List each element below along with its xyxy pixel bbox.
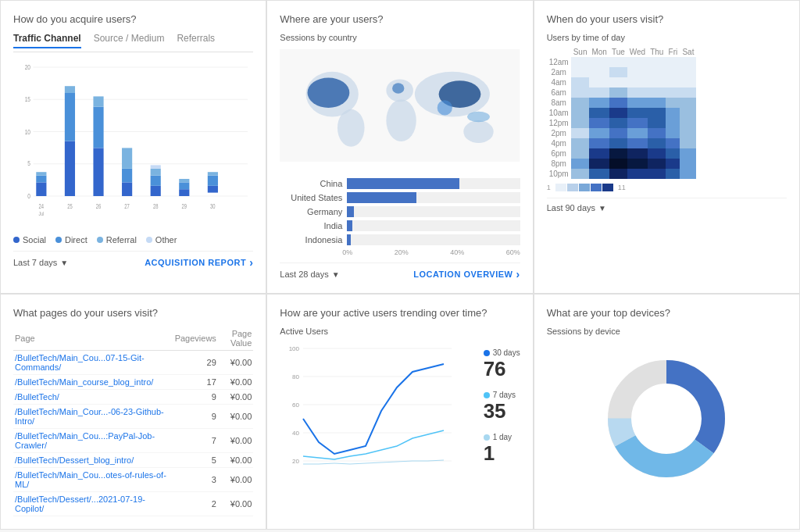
trending-title: How are your active users trending over … <box>280 307 520 319</box>
scale-3 <box>579 184 590 191</box>
us-bar-bg <box>347 192 520 203</box>
heatmap-cell <box>571 108 590 118</box>
page-cell[interactable]: /BulletTech/Main_Cour...-06-23-Github-In… <box>13 405 173 429</box>
pages-table: Page Pageviews Page Value /BulletTech/Ma… <box>13 327 253 516</box>
heatmap-cell <box>666 118 680 128</box>
svg-point-42 <box>338 109 365 147</box>
page-cell[interactable]: /BulletTech/Main_Cou...:PayPal-Job-Crawl… <box>13 429 173 453</box>
where-date-label: Last 28 days <box>280 270 328 279</box>
legend-referral: Referral <box>97 235 137 245</box>
tab-referrals[interactable]: Referrals <box>177 33 215 48</box>
acquire-title: How do you acquire users? <box>13 13 253 25</box>
heatmap-cell <box>589 77 609 87</box>
heatmap-cell <box>648 148 666 159</box>
acquisition-report-link[interactable]: ACQUISITION REPORT › <box>145 256 253 269</box>
page-cell[interactable]: /BulletTech/Main_Cou...otes-of-rules-of-… <box>13 468 173 492</box>
heatmap-cell <box>680 118 696 128</box>
users-by-time-label: Users by time of day <box>547 33 787 42</box>
page-cell[interactable]: /BulletTech/Dessert_blog_intro/ <box>13 453 173 468</box>
stat-7days-value: 35 <box>484 399 520 423</box>
svg-text:30: 30 <box>210 202 216 211</box>
stat-7days-label: 7 days <box>484 391 520 399</box>
country-row-indonesia: Indonesia <box>280 234 520 245</box>
stat-7days-dot <box>484 392 490 398</box>
svg-rect-30 <box>151 165 161 168</box>
indonesia-bar-fill <box>347 234 350 245</box>
heatmap-cell <box>627 138 648 148</box>
world-map <box>280 47 520 172</box>
heatmap-table: Sun Mon Tue Wed Thu Fri Sat 12am2am4am6a… <box>547 47 697 179</box>
country-row-germany: Germany <box>280 206 520 217</box>
us-label: United States <box>280 193 342 202</box>
location-overview-link[interactable]: LOCATION OVERVIEW › <box>413 268 520 280</box>
heatmap-cell <box>589 169 609 179</box>
legend-direct: Direct <box>55 235 88 245</box>
heatmap-cell <box>589 87 609 98</box>
social-dot <box>13 237 20 243</box>
indonesia-label: Indonesia <box>280 235 342 245</box>
svg-text:5: 5 <box>27 159 30 168</box>
page-cell[interactable]: /BulletTech/Main_Cou...07-15-Git-Command… <box>13 351 173 375</box>
time-label-5: 10am <box>547 108 571 118</box>
svg-rect-25 <box>122 148 132 168</box>
country-row-china: China <box>280 178 520 189</box>
svg-rect-16 <box>65 93 75 141</box>
scale-4 <box>591 184 602 191</box>
stat-1day: 1 day 1 <box>484 433 520 466</box>
heatmap-cell <box>648 138 666 148</box>
page-cell[interactable]: /BulletTech/Main_course_blog_intro/ <box>13 375 173 390</box>
time-label-3: 6am <box>547 87 571 98</box>
svg-text:20: 20 <box>25 62 31 72</box>
acquire-date-range-label: Last 7 days <box>13 258 57 267</box>
heatmap-cell <box>609 77 627 87</box>
value-cell: ¥0.00 <box>218 375 254 390</box>
svg-text:28: 28 <box>153 202 159 211</box>
pageviews-cell: 29 <box>173 351 218 375</box>
table-row: /BulletTech/Main_Cou...:PayPal-Job-Crawl… <box>13 429 253 453</box>
page-cell[interactable]: /BulletTech/Dessert/...2021-07-19-Copilo… <box>13 492 173 516</box>
svg-rect-36 <box>208 186 218 193</box>
heatmap-cell <box>589 148 609 159</box>
heatmap-cell <box>571 98 590 108</box>
when-date-range[interactable]: Last 90 days ▼ <box>547 203 606 212</box>
acquire-footer: Last 7 days ▼ ACQUISITION REPORT › <box>13 251 253 269</box>
page-cell[interactable]: /BulletTech/ <box>13 390 173 405</box>
country-bars: China United States Germany India <box>280 178 520 256</box>
value-cell: ¥0.00 <box>218 468 254 492</box>
heatmap-cell <box>589 128 609 138</box>
svg-text:80: 80 <box>292 373 299 380</box>
where-footer: Last 28 days ▼ LOCATION OVERVIEW › <box>280 262 520 280</box>
heatmap-cell <box>609 67 627 77</box>
value-cell: ¥0.00 <box>218 492 254 516</box>
heatmap-cell <box>680 148 696 159</box>
heatmap-cell <box>680 108 696 118</box>
china-bar-fill <box>347 178 459 189</box>
stat-1day-label: 1 day <box>484 433 520 441</box>
tab-traffic-channel[interactable]: Traffic Channel <box>13 33 81 48</box>
value-cell: ¥0.00 <box>218 429 254 453</box>
when-date-label: Last 90 days <box>547 203 595 212</box>
tab-source-medium[interactable]: Source / Medium <box>94 33 165 48</box>
heatmap-cell <box>609 128 627 138</box>
value-cell: ¥0.00 <box>218 390 254 405</box>
svg-point-50 <box>438 100 452 115</box>
where-date-range[interactable]: Last 28 days ▼ <box>280 270 339 279</box>
svg-rect-15 <box>65 141 75 196</box>
table-row: /BulletTech/9¥0.00 <box>13 390 253 405</box>
us-bar-fill <box>347 192 416 203</box>
heatmap-cell <box>648 77 666 87</box>
india-label: India <box>280 221 342 230</box>
acquire-tabs: Traffic Channel Source / Medium Referral… <box>13 33 253 52</box>
acquire-date-range[interactable]: Last 7 days ▼ <box>13 258 68 267</box>
x-label-60: 60% <box>506 248 520 256</box>
heatmap-cell <box>627 118 648 128</box>
heatmap-cell <box>609 57 627 67</box>
heatmap-cell <box>648 108 666 118</box>
donut-container <box>547 341 787 497</box>
world-map-svg <box>280 47 520 164</box>
heatmap-cell <box>680 87 696 98</box>
heatmap-cell <box>627 148 648 159</box>
heatmap-cell <box>589 118 609 128</box>
legend-social: Social <box>13 235 46 245</box>
heatmap-container: Sun Mon Tue Wed Thu Fri Sat 12am2am4am6a… <box>547 47 787 191</box>
